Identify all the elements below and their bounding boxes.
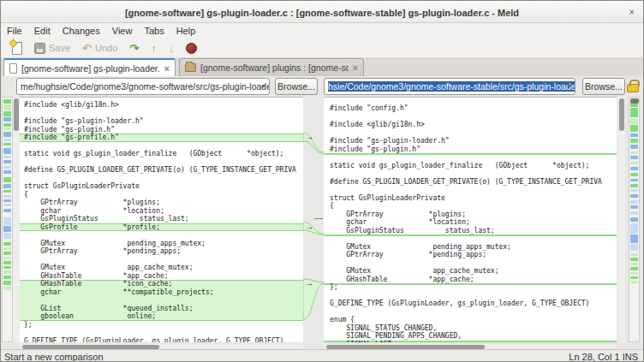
overview-chunk (3, 177, 11, 182)
menubar: FileEditChangesViewTabsHelp (1, 23, 643, 39)
overview-chunk (630, 194, 638, 198)
next-change-button[interactable]: ↓ (164, 39, 179, 56)
menu-item-edit[interactable]: Edit (28, 24, 57, 38)
overview-chunk (3, 199, 11, 202)
right-code-pane[interactable]: #include "config.h" #include <glib/gi18n… (324, 97, 617, 342)
overview-chunk (630, 200, 638, 204)
overview-chunk (3, 123, 11, 127)
overview-chunk (3, 204, 11, 206)
overview-chunk (630, 162, 638, 164)
overview-chunk (630, 189, 638, 192)
overview-chunk (630, 205, 638, 209)
overview-chunk (3, 261, 11, 264)
overview-chunk (630, 223, 638, 234)
chevron-down-icon[interactable]: ▼ (566, 79, 572, 94)
overview-chunk (3, 170, 11, 174)
tab-plugins[interactable]: [gnome-software] plugins : [gnome-soft × (179, 58, 364, 76)
push-change-right-arrow[interactable]: → (305, 223, 317, 231)
delete-change-dash[interactable]: — (314, 215, 323, 222)
overview-chunk (630, 151, 638, 154)
window-title: [gnome-software] gs-plugin-loader.c : [g… (125, 8, 519, 18)
toolbar: Save ↶ Undo ↷ ↑ ↓ (1, 39, 643, 57)
menu-item-changes[interactable]: Changes (57, 24, 106, 38)
tab-gs-plugin-loader[interactable]: [gnome-software] gs-plugin-loader.c : [g… (3, 58, 176, 76)
right-browse-button[interactable]: Browse... (582, 78, 625, 95)
spark-icon (9, 39, 18, 47)
overview-chunk (3, 270, 11, 274)
menu-item-view[interactable]: View (106, 24, 139, 38)
overview-chunk (630, 167, 638, 170)
save-button[interactable]: Save (30, 39, 75, 56)
tab-close-icon[interactable]: × (353, 62, 358, 73)
redo-button[interactable]: ↷ (125, 39, 143, 56)
overview-chunk (3, 111, 11, 116)
undo-icon: ↶ (82, 43, 92, 54)
overview-chunk (3, 242, 11, 246)
overview-chunk (630, 263, 638, 265)
diff-gutter: →→→— (303, 97, 324, 342)
overview-view-handle[interactable] (630, 98, 639, 104)
overview-chunk (3, 156, 11, 158)
file-chooser-row: me/hughsie/Code/gnome3/gnome-software/sr… (1, 76, 643, 97)
overview-chunk (3, 266, 11, 269)
stop-button[interactable] (182, 39, 201, 56)
overview-chunk (630, 272, 638, 275)
left-code-text[interactable]: #include <glib/gi18n.h> #include "gs-plu… (20, 101, 303, 342)
overview-chunk (630, 184, 638, 187)
overview-chunk (3, 287, 11, 290)
meld-window: [gnome-software] gs-plugin-loader.c : [g… (0, 0, 644, 362)
new-comparison-button[interactable] (8, 39, 27, 56)
overview-chunk (3, 99, 11, 104)
menu-item-file[interactable]: File (1, 24, 28, 38)
overview-chunk (3, 247, 11, 250)
window-close-icon[interactable]: × (629, 1, 635, 23)
overview-chunk (630, 281, 638, 283)
overview-chunk (630, 211, 638, 215)
scrollbar-thumb[interactable] (619, 98, 624, 131)
left-browse-button[interactable]: Browse... (275, 78, 318, 95)
left-vertical-scrollbar[interactable] (13, 97, 20, 342)
left-file-combo[interactable]: me/hughsie/Code/gnome3/gnome-software/sr… (16, 78, 270, 95)
diff-view: #include <glib/gi18n.h> #include "gs-plu… (1, 97, 643, 349)
arrow-down-icon: ↓ (169, 43, 175, 54)
overview-chunk (630, 234, 638, 243)
status-message: Start a new comparison (4, 352, 104, 362)
cursor-position: Ln 28, Col 1 INS (569, 352, 638, 362)
undo-button[interactable]: ↶ Undo (78, 39, 122, 56)
push-change-right-arrow[interactable]: → (305, 279, 317, 288)
scrollbar-thumb[interactable] (14, 98, 19, 131)
overview-chunk (3, 160, 11, 163)
overview-chunk (630, 173, 638, 176)
overview-chunk (630, 125, 638, 132)
overview-chunk (3, 184, 11, 188)
menu-item-help[interactable]: Help (170, 24, 202, 38)
right-code-text[interactable]: #include "config.h" #include <glib/gi18n… (324, 104, 617, 342)
previous-change-button[interactable]: ↑ (146, 39, 161, 56)
overview-chunk (3, 276, 11, 279)
overview-chunk (3, 252, 11, 255)
overview-chunk (630, 139, 638, 143)
tab-label: [gnome-software] gs-plugin-loader.c : [g (21, 63, 160, 74)
push-change-right-arrow[interactable]: → (305, 133, 317, 141)
overview-chunk (3, 143, 11, 145)
tab-label: [gnome-software] plugins : [gnome-soft (200, 62, 349, 73)
left-overview-map[interactable] (2, 97, 13, 342)
overview-chunk (3, 190, 11, 193)
right-vertical-scrollbar[interactable] (618, 97, 625, 342)
overview-chunk (630, 267, 638, 270)
overview-chunk (630, 276, 638, 279)
chevron-down-icon[interactable]: ▼ (260, 79, 266, 94)
menu-item-tabs[interactable]: Tabs (138, 24, 170, 38)
overview-chunk (630, 119, 638, 124)
overview-chunk (630, 108, 638, 117)
right-file-combo[interactable]: hsie/Code/gnome3/gnome-software-stable/s… (324, 78, 575, 95)
titlebar[interactable]: [gnome-software] gs-plugin-loader.c : [g… (1, 1, 643, 23)
right-overview-map[interactable] (629, 97, 640, 342)
overview-chunk (3, 148, 11, 154)
overview-chunk (3, 209, 11, 212)
left-code-pane[interactable]: #include <glib/gi18n.h> #include "gs-plu… (20, 97, 303, 342)
tab-close-icon[interactable]: × (164, 63, 170, 74)
overview-chunk (3, 132, 11, 137)
overview-chunk (630, 217, 638, 222)
overview-chunk (3, 104, 11, 110)
